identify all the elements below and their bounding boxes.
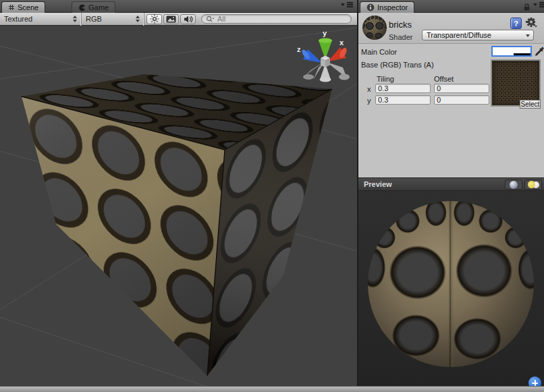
draw-mode-dropdown[interactable]: Textured bbox=[0, 13, 82, 26]
scene-toolbar: Textured RGB bbox=[0, 13, 357, 26]
pacman-icon bbox=[78, 4, 86, 11]
preview-model-toggle[interactable] bbox=[505, 179, 522, 190]
gizmo-y-label: y bbox=[323, 29, 327, 37]
alpha-bar bbox=[514, 53, 531, 55]
inspector-panel-menu-icon[interactable] bbox=[533, 3, 544, 6]
tiling-header: Tiling bbox=[377, 75, 394, 83]
material-name: bricks bbox=[389, 20, 412, 30]
color-mode-value: RGB bbox=[86, 15, 102, 23]
tiling-y-field[interactable] bbox=[375, 95, 431, 105]
shader-value: Transparent/Diffuse bbox=[427, 31, 491, 39]
lighting-toggle-icon bbox=[528, 181, 535, 188]
tab-scene[interactable]: Scene bbox=[1, 1, 45, 13]
audio-toggle-button[interactable] bbox=[180, 14, 196, 24]
inspector-panel: Inspector bricks Shader Transparent/Diff… bbox=[358, 0, 544, 386]
preview-lighting-toggle[interactable] bbox=[524, 179, 542, 190]
menu-lines-icon bbox=[347, 2, 353, 3]
sun-icon bbox=[150, 14, 159, 24]
material-header: bricks Shader Transparent/Diffuse ? bbox=[358, 13, 544, 44]
shader-dropdown[interactable]: Transparent/Diffuse bbox=[422, 30, 534, 40]
orientation-gizmo[interactable]: y x z bbox=[294, 27, 356, 84]
audio-icon bbox=[184, 15, 193, 24]
tab-scene-label: Scene bbox=[18, 3, 38, 11]
menu-lines-icon bbox=[539, 2, 544, 3]
gizmo-x-label: x bbox=[339, 38, 344, 47]
chevron-down-icon bbox=[533, 3, 537, 6]
status-bar bbox=[0, 386, 544, 392]
chevron-down-icon bbox=[341, 3, 345, 6]
lock-icon[interactable] bbox=[522, 3, 531, 11]
preview-title: Preview bbox=[364, 180, 392, 188]
help-icon[interactable]: ? bbox=[510, 18, 522, 29]
unity-editor-window: Scene Game Textured RGB bbox=[0, 0, 544, 392]
shader-label: Shader bbox=[389, 33, 412, 41]
image-icon bbox=[166, 16, 176, 23]
row-x-label: x bbox=[367, 85, 371, 93]
gizmo-z-axis[interactable] bbox=[300, 49, 322, 63]
offset-x-field[interactable] bbox=[434, 84, 489, 93]
info-icon bbox=[366, 3, 375, 11]
main-color-label: Main Color bbox=[361, 48, 397, 56]
tab-inspector-label: Inspector bbox=[377, 3, 408, 11]
tab-inspector[interactable]: Inspector bbox=[360, 1, 414, 13]
eyedropper-icon[interactable] bbox=[534, 46, 544, 57]
offset-header: Offset bbox=[434, 75, 454, 83]
chevron-down-icon bbox=[526, 34, 530, 37]
material-sphere-icon bbox=[362, 16, 387, 40]
inspector-tabbar: Inspector bbox=[358, 0, 544, 13]
gizmo-x-axis[interactable] bbox=[328, 47, 348, 61]
preview-area[interactable] bbox=[358, 191, 544, 386]
scene-tabbar: Scene Game bbox=[0, 0, 357, 13]
lighting-toggle-button[interactable] bbox=[146, 14, 162, 24]
preview-header[interactable]: Preview bbox=[358, 177, 544, 191]
grid-icon bbox=[8, 4, 15, 11]
cube-object[interactable] bbox=[22, 74, 332, 376]
search-input[interactable] bbox=[216, 14, 347, 24]
color-mode-dropdown[interactable]: RGB bbox=[82, 13, 144, 26]
scene-search-field[interactable] bbox=[201, 14, 352, 24]
updown-arrows-icon bbox=[73, 16, 77, 22]
search-icon bbox=[206, 16, 214, 23]
texture-select-button[interactable]: Select bbox=[520, 100, 541, 109]
gear-icon[interactable] bbox=[525, 17, 538, 30]
tiling-x-field[interactable] bbox=[375, 84, 431, 93]
tab-game[interactable]: Game bbox=[72, 1, 115, 13]
preview-sphere[interactable] bbox=[368, 201, 534, 367]
offset-y-field[interactable] bbox=[434, 95, 489, 105]
draw-mode-value: Textured bbox=[4, 15, 32, 23]
add-icon[interactable] bbox=[528, 376, 541, 386]
scene-viewport[interactable]: y x z bbox=[0, 26, 357, 386]
skybox-toggle-button[interactable] bbox=[163, 14, 179, 24]
main-color-swatch[interactable] bbox=[491, 46, 532, 57]
row-y-label: y bbox=[367, 96, 371, 105]
material-properties: Main Color Base (RGB) Trans (A) Tiling O… bbox=[358, 44, 544, 177]
sphere-toggle-icon bbox=[510, 181, 518, 189]
tab-game-label: Game bbox=[88, 3, 109, 11]
scene-panel-menu-icon[interactable] bbox=[341, 3, 353, 6]
gizmo-z-label: z bbox=[297, 45, 301, 53]
updown-arrows-icon bbox=[136, 16, 140, 22]
base-texture-label: Base (RGB) Trans (A) bbox=[361, 61, 434, 69]
gizmo-center-cube[interactable] bbox=[321, 56, 330, 68]
